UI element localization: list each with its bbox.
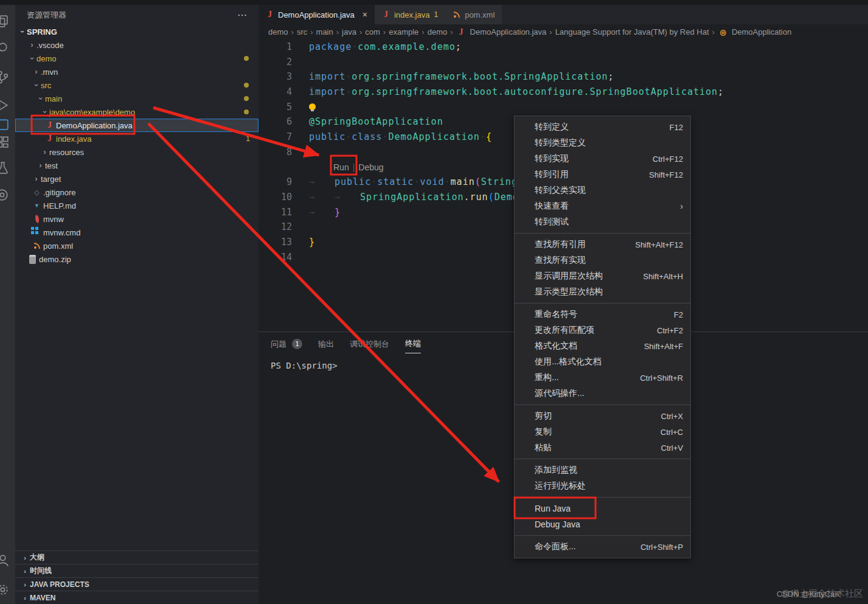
menu-item-label: 重构... [535, 372, 559, 383]
tab-label: DemoApplication.java [278, 10, 355, 19]
tree-item-main[interactable]: ›main [15, 92, 259, 105]
files-icon[interactable] [0, 13, 13, 32]
menu-item-重构[interactable]: 重构...Ctrl+Shift+R [515, 370, 690, 386]
menu-item-源代码操作[interactable]: 源代码操作... [515, 386, 690, 401]
tree-item-spring[interactable]: ›SPRING [15, 25, 259, 38]
panel-tab-输出[interactable]: 输出 [318, 339, 334, 353]
section-时间线[interactable]: ›时间线 [15, 564, 259, 577]
menu-item-粘贴[interactable]: 粘贴Ctrl+V [515, 440, 690, 456]
tree-item-java-com-example-demo[interactable]: ›java\com\example\demo [15, 105, 259, 119]
section-maven[interactable]: ›MAVEN [15, 591, 259, 604]
submenu-arrow-icon: › [680, 201, 683, 211]
section-label: 时间线 [30, 566, 52, 576]
tab-label: index.java [394, 10, 430, 19]
menu-item-格式化文档[interactable]: 格式化文档Shift+Alt+F [515, 338, 690, 354]
menu-item-转到父类实现[interactable]: 转到父类实现 [515, 182, 690, 198]
tree-item-demo[interactable]: ›demo [15, 52, 259, 65]
codelens-run-link[interactable]: Run [333, 162, 349, 172]
tree-item-src[interactable]: ›src [15, 78, 259, 92]
extensions-icon[interactable] [0, 134, 13, 152]
menu-item-查找所有引用[interactable]: 查找所有引用Shift+Alt+F12 [515, 237, 690, 252]
tab-pom-xml[interactable]: pom.xml [445, 5, 502, 24]
menu-item-快速查看[interactable]: 快速查看› [515, 198, 690, 214]
breadcrumb-item-demoapplication[interactable]: ◎DemoApplication [718, 27, 791, 36]
accounts-icon[interactable] [0, 552, 13, 571]
menu-item-shortcut: Shift+F12 [649, 170, 683, 179]
section-大纲[interactable]: ›大纲 [15, 550, 259, 564]
breadcrumb-item-main[interactable]: main [316, 27, 333, 36]
close-icon[interactable]: × [363, 10, 367, 19]
tree-item-index-java[interactable]: Jindex.java1 [15, 132, 259, 145]
menu-item-显示调用层次结构[interactable]: 显示调用层次结构Shift+Alt+H [515, 268, 690, 284]
codelens-debug-link[interactable]: Debug [358, 162, 383, 172]
tree-item-test[interactable]: ›test [15, 159, 259, 172]
menu-item-转到实现[interactable]: 转到实现Ctrl+F12 [515, 151, 690, 167]
chevron-right-icon: › [36, 161, 45, 170]
menu-item-转到类型定义[interactable]: 转到类型定义 [515, 135, 690, 151]
breadcrumb-item-example[interactable]: example [389, 27, 418, 36]
problems-badge: 1 [292, 339, 302, 349]
menu-item-重命名符号[interactable]: 重命名符号F2 [515, 307, 690, 322]
line-number: 13 [259, 235, 292, 250]
settings-icon[interactable] [0, 581, 13, 600]
menu-item-查找所有实现[interactable]: 查找所有实现 [515, 252, 690, 268]
line-number: 2 [259, 55, 292, 70]
menu-item-剪切[interactable]: 剪切Ctrl+X [515, 408, 690, 424]
menu-item-复制[interactable]: 复制Ctrl+C [515, 424, 690, 440]
search-icon[interactable] [0, 40, 13, 58]
extension-highlight-icon[interactable] [0, 117, 13, 135]
menu-item-转到引用[interactable]: 转到引用Shift+F12 [515, 167, 690, 182]
more-actions-icon[interactable]: ⋯ [237, 5, 248, 25]
tree-item-gitignore[interactable]: ◇.gitignore [15, 186, 259, 199]
menu-item-转到测试[interactable]: 转到测试 [515, 214, 690, 230]
tree-item-label: .mvn [41, 68, 58, 77]
menu-item-run-java[interactable]: Run Java [515, 501, 690, 516]
tree-item-demo-zip[interactable]: demo.zip [15, 252, 259, 266]
menu-item-运行到光标处[interactable]: 运行到光标处 [515, 478, 690, 494]
tree-item-resources[interactable]: ›resources [15, 145, 259, 159]
testing-icon[interactable] [0, 160, 13, 178]
tree-item-pom-xml[interactable]: pom.xml [15, 239, 259, 252]
chevron-right-icon: › [40, 148, 49, 156]
menu-item-更改所有匹配项[interactable]: 更改所有匹配项Ctrl+F2 [515, 322, 690, 338]
tree-item-demoapplication-java[interactable]: JDemoApplication.java [15, 119, 259, 132]
menu-item-debug-java[interactable]: Debug Java [515, 516, 690, 532]
section-java-projects[interactable]: ›JAVA PROJECTS [15, 577, 259, 591]
tab-demoapplication-java[interactable]: JDemoApplication.java× [259, 5, 375, 24]
panel-tab-终端[interactable]: 终端 [405, 338, 421, 353]
tab-index-java[interactable]: Jindex.java1 [375, 5, 445, 24]
menu-item-显示类型层次结构[interactable]: 显示类型层次结构 [515, 284, 690, 300]
lightbulb-icon[interactable] [309, 103, 316, 110]
tree-item-help-md[interactable]: ▼HELP.md [15, 199, 259, 212]
panel-tab-问题[interactable]: 问题1 [271, 339, 302, 353]
breadcrumb-label: demo [428, 27, 448, 36]
breadcrumb-item-src[interactable]: src [297, 27, 307, 36]
breadcrumb-item-demo[interactable]: demo [428, 27, 448, 36]
panel-tab-调试控制台[interactable]: 调试控制台 [350, 339, 389, 353]
tree-item-mvnw[interactable]: mvnw [15, 212, 259, 226]
breadcrumb-separator: › [549, 27, 552, 36]
code-line-2: 2 [259, 55, 868, 70]
remote-icon[interactable] [0, 187, 13, 206]
source-control-icon[interactable] [0, 69, 13, 88]
line-number: 1 [259, 40, 292, 55]
menu-item-shortcut: Ctrl+F2 [657, 326, 683, 335]
tree-item-label: pom.xml [43, 241, 73, 251]
breadcrumb-item-demo[interactable]: demo [268, 27, 288, 36]
breadcrumb-item-java[interactable]: java [342, 27, 356, 36]
run-debug-icon[interactable] [0, 97, 13, 116]
menu-item-命令面板[interactable]: 命令面板...Ctrl+Shift+P [515, 539, 690, 555]
menu-group: 命令面板...Ctrl+Shift+P [515, 536, 690, 558]
tree-item-mvn[interactable]: ›.mvn [15, 65, 259, 78]
menu-item-label: 查找所有实现 [535, 255, 586, 266]
breadcrumb-item-language-support-for-java-tm-by-red-hat[interactable]: Language Support for Java(TM) by Red Hat [555, 27, 709, 36]
tree-item-vscode[interactable]: ›.vscode [15, 38, 259, 52]
tree-item-target[interactable]: ›target [15, 172, 259, 186]
menu-item-转到定义[interactable]: 转到定义F12 [515, 119, 690, 135]
breadcrumb-item-com[interactable]: com [365, 27, 380, 36]
menu-item-使用-格式化文档[interactable]: 使用...格式化文档 [515, 354, 690, 370]
menu-item-添加到监视[interactable]: 添加到监视 [515, 462, 690, 478]
section-label: JAVA PROJECTS [30, 580, 89, 589]
breadcrumb-item-demoapplication-java[interactable]: JDemoApplication.java [456, 27, 547, 37]
tree-item-mvnw-cmd[interactable]: mvnw.cmd [15, 226, 259, 239]
